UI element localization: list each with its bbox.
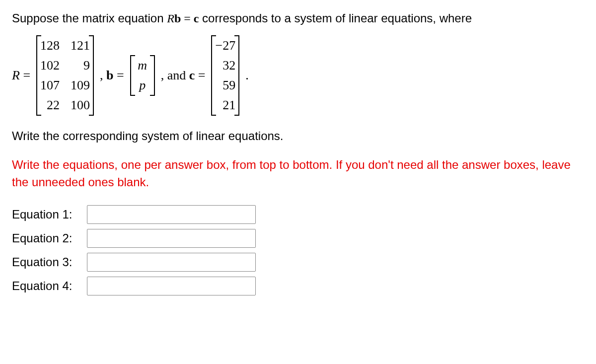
equation-2-input[interactable] xyxy=(87,229,256,248)
equation-3-label: Equation 3: xyxy=(12,255,84,269)
matrix-definitions: R = 128 121 102 9 107 109 22 100 , b = m… xyxy=(12,35,584,116)
equation-3-input[interactable] xyxy=(87,253,256,272)
c-2: 59 xyxy=(215,77,235,94)
R-2-1: 109 xyxy=(71,77,90,94)
var-R: R xyxy=(167,12,174,25)
c-0: −27 xyxy=(215,37,235,54)
trailing-period: . xyxy=(245,68,249,83)
R-0-1: 121 xyxy=(71,37,90,54)
R-1-0: 102 xyxy=(40,57,60,74)
var-b: b xyxy=(174,12,181,25)
R-3-1: 100 xyxy=(71,97,90,114)
R-1-1: 9 xyxy=(71,57,90,74)
equation-1-input[interactable] xyxy=(87,205,256,224)
equation-2-label: Equation 2: xyxy=(12,231,84,245)
equation-1-label: Equation 1: xyxy=(12,208,84,221)
var-c: c xyxy=(194,12,199,25)
label-c: c xyxy=(189,68,195,82)
equation-4-label: Equation 4: xyxy=(12,279,84,293)
R-3-0: 22 xyxy=(40,97,60,114)
answer-hint: Write the equations, one per answer box,… xyxy=(12,156,584,191)
equation-4-input[interactable] xyxy=(87,277,256,295)
matrix-c: −27 32 59 21 xyxy=(211,35,239,116)
b-0: m xyxy=(134,57,151,74)
b-1: p xyxy=(134,77,151,94)
label-R: R xyxy=(12,68,20,82)
c-1: 32 xyxy=(215,57,235,74)
R-0-0: 128 xyxy=(40,37,60,54)
instruction-text: Write the corresponding system of linear… xyxy=(12,128,584,145)
R-2-0: 107 xyxy=(40,77,60,94)
c-3: 21 xyxy=(215,97,235,114)
matrix-b: m p xyxy=(130,55,155,96)
matrix-R: 128 121 102 9 107 109 22 100 xyxy=(36,35,94,116)
label-b: b xyxy=(106,68,113,82)
intro-text: Suppose the matrix equation Rb = c corre… xyxy=(12,10,584,27)
